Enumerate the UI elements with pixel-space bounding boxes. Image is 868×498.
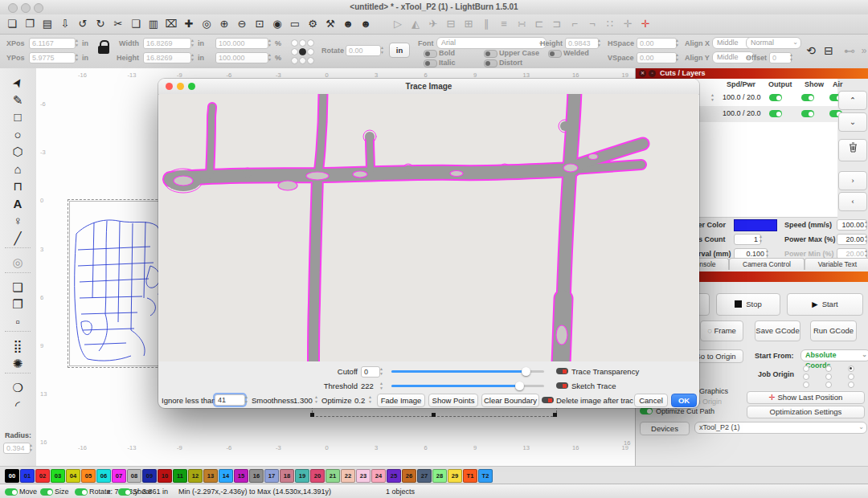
ignore-field[interactable]: 41 [215, 394, 245, 406]
palette-swatch-29[interactable]: 29 [448, 469, 462, 483]
threshold-slider-thumb[interactable] [515, 382, 524, 390]
flip-horizontal-icon[interactable]: ▷ [391, 15, 405, 33]
line-tool[interactable]: ╱ [3, 231, 32, 247]
hspace-field[interactable]: 0.00 [637, 38, 677, 49]
ellipse-tool[interactable]: ○ [3, 127, 32, 143]
palette-swatch-03[interactable]: 03 [51, 469, 65, 483]
selection-handle[interactable] [310, 413, 314, 417]
position-cross-gray-icon[interactable]: ✛ [620, 15, 635, 33]
device-select[interactable]: xTool_P2 (1) [694, 422, 867, 434]
job-origin-dot[interactable] [803, 382, 809, 388]
printer-icon[interactable]: ⊟ [821, 42, 836, 59]
start-from-combo[interactable]: Absolute Coords [800, 349, 868, 361]
trace-transparency-toggle[interactable] [556, 368, 568, 374]
power-max-stepper[interactable] [863, 234, 868, 244]
frame-button[interactable]: ◌ Frame [700, 320, 743, 341]
palette-swatch-26[interactable]: 26 [402, 469, 416, 483]
cutoff-slider[interactable] [391, 370, 544, 373]
palette-swatch-11[interactable]: 11 [173, 469, 187, 483]
align-left-icon[interactable]: ⊟ [444, 15, 458, 33]
start-button[interactable]: ▶Start [787, 293, 863, 316]
pan-icon[interactable]: ✚ [182, 15, 196, 33]
distort-toggle[interactable] [484, 59, 497, 67]
palette-swatch-02[interactable]: 02 [35, 469, 50, 483]
optimize-stepper[interactable] [367, 394, 373, 405]
pentagon-tool[interactable]: ⌂ [3, 161, 32, 178]
layer-down-button[interactable]: ⌄ [838, 112, 867, 132]
font-combo[interactable]: Arial [436, 37, 547, 49]
radius-stepper[interactable] [28, 443, 34, 453]
distribute-v-icon[interactable]: ∺ [514, 15, 529, 33]
layer-output-toggle[interactable] [769, 110, 782, 117]
weld-tool[interactable]: ❏ [3, 280, 32, 296]
vspace-stepper[interactable] [674, 52, 680, 63]
dock-bottom-icon[interactable]: ¬ [585, 15, 600, 33]
palette-swatch-19[interactable]: 19 [295, 469, 309, 483]
refresh-icon[interactable]: ⟲ [804, 42, 818, 59]
anchor-dot[interactable] [291, 57, 298, 64]
offset-stepper[interactable] [788, 52, 794, 63]
hspace-stepper[interactable] [674, 38, 680, 48]
pass-count-stepper[interactable] [758, 234, 764, 244]
palette-swatch-12[interactable]: 12 [188, 469, 203, 483]
cut-shape-tool[interactable]: ▫ [3, 314, 32, 330]
position-cross-red-icon[interactable]: ✛ [638, 15, 653, 33]
delete-icon[interactable]: ⌧ [164, 15, 178, 33]
find-icon[interactable]: ◎ [199, 15, 214, 33]
palette-swatch-28[interactable]: 28 [432, 469, 447, 483]
palette-swatch-10[interactable]: 10 [158, 469, 172, 483]
shear-mode-toggle[interactable] [118, 488, 131, 496]
move-mode-toggle[interactable] [5, 488, 18, 496]
layer-color-swatch[interactable] [734, 219, 777, 231]
palette-swatch-T1[interactable]: T1 [463, 469, 477, 483]
layer-delete-button[interactable] [838, 139, 867, 161]
layer-up-button[interactable]: ⌃ [838, 91, 867, 110]
height-field[interactable]: 16.8269 [143, 52, 191, 63]
job-origin-dot[interactable] [848, 365, 854, 372]
anchor-dot[interactable] [307, 39, 314, 47]
selection-handle[interactable] [553, 413, 557, 417]
zoom-in-icon[interactable]: ⊕ [217, 15, 231, 33]
italic-toggle[interactable] [424, 59, 437, 67]
machine-tools-icon[interactable]: ⚒ [323, 15, 338, 33]
width-percent-field[interactable]: 100.000 [215, 38, 268, 49]
mirror-icon[interactable]: ✈ [426, 15, 440, 33]
vspace-field[interactable]: 0.00 [637, 52, 677, 63]
settings-gear-icon[interactable]: ⚙ [305, 15, 320, 33]
palette-swatch-20[interactable]: 20 [310, 469, 325, 483]
optimization-settings-button[interactable]: Optimization Settings [747, 406, 865, 418]
dialog-titlebar[interactable]: Trace Image [158, 79, 699, 95]
cut-icon[interactable]: ✂ [111, 15, 125, 33]
anchor-dot[interactable] [307, 48, 314, 55]
selection-handle[interactable] [432, 413, 436, 417]
flip-vertical-icon[interactable]: ◭ [408, 15, 423, 33]
tab-variable-text[interactable]: Variable Text [805, 258, 868, 270]
user-group-icon[interactable]: ☻ [341, 15, 355, 33]
align-right-icon[interactable]: ∥ [479, 15, 493, 33]
camera-icon[interactable]: ◉ [270, 15, 285, 33]
cutoff-field[interactable]: 0 [361, 366, 380, 378]
distribute-h-icon[interactable]: ≡ [497, 15, 511, 33]
panel-close-icon[interactable]: ✕ [639, 70, 646, 77]
anchor-dot[interactable] [291, 39, 298, 47]
monitor-icon[interactable]: ▭ [288, 15, 302, 33]
dialog-minimize-button[interactable] [177, 83, 184, 90]
palette-swatch-13[interactable]: 13 [203, 469, 218, 483]
ypos-stepper[interactable] [74, 52, 80, 63]
stop-button[interactable]: Stop [716, 293, 780, 316]
anchor-dot[interactable] [299, 57, 306, 64]
anchor-dot[interactable] [299, 48, 306, 55]
job-origin-grid[interactable] [803, 365, 862, 388]
palette-swatch-06[interactable]: 06 [96, 469, 111, 483]
new-file-icon[interactable]: ❏ [5, 15, 19, 33]
node-edit-tool[interactable]: ⊓ [3, 178, 32, 194]
zoom-out-icon[interactable]: ⊖ [235, 15, 249, 33]
delete-image-toggle[interactable] [542, 397, 554, 403]
width-stepper[interactable] [190, 38, 195, 48]
pass-count-field[interactable]: 1 [734, 234, 761, 245]
text-tool[interactable]: A [3, 196, 32, 212]
cutoff-stepper[interactable] [379, 366, 384, 377]
undo-icon[interactable]: ↺ [76, 15, 90, 33]
move-together-h-icon[interactable]: ⊏ [532, 15, 547, 33]
run-gcode-button[interactable]: Run GCode [810, 320, 857, 341]
